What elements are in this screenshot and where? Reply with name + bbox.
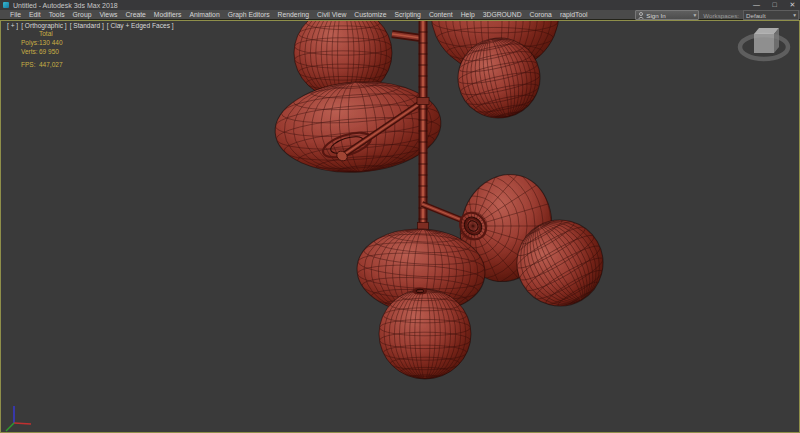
viewport-menu-general[interactable]: [ + ] bbox=[7, 22, 18, 29]
menu-file[interactable]: File bbox=[6, 10, 25, 20]
menu-graph-editors[interactable]: Graph Editors bbox=[224, 10, 274, 20]
menu-tools[interactable]: Tools bbox=[45, 10, 69, 20]
viewport-statistics: Total Polys:130 440 Verts:69 950 FPS:447… bbox=[21, 29, 63, 69]
sign-in-button[interactable]: Sign In ▾ bbox=[635, 10, 699, 20]
stats-verts-value: 69 950 bbox=[39, 47, 59, 56]
chevron-down-icon: ▾ bbox=[694, 12, 697, 18]
model-rod[interactable] bbox=[419, 21, 428, 229]
viewport-menu-pov[interactable]: [ Orthographic ] bbox=[21, 22, 66, 29]
view-cube[interactable] bbox=[740, 28, 788, 59]
menu-bar: File Edit Tools Group Views Create Modif… bbox=[0, 10, 800, 20]
workspace-select[interactable]: Default ▾ bbox=[743, 10, 799, 20]
menu-scripting[interactable]: Scripting bbox=[390, 10, 424, 20]
menu-3dground[interactable]: 3DGROUND bbox=[479, 10, 526, 20]
stats-polys-value: 130 440 bbox=[39, 38, 63, 47]
viewport-label: [ + ] [ Orthographic ] [ Standard ] [ Cl… bbox=[7, 22, 174, 29]
model-sphere[interactable] bbox=[379, 288, 471, 379]
sign-in-label: Sign In bbox=[646, 12, 665, 19]
perspective-viewport[interactable]: [ + ] [ Orthographic ] [ Standard ] [ Cl… bbox=[0, 20, 800, 433]
model-rod[interactable] bbox=[392, 34, 421, 38]
menu-views[interactable]: Views bbox=[95, 10, 121, 20]
close-button[interactable]: ✕ bbox=[787, 0, 798, 10]
stats-fps-value: 447,027 bbox=[39, 60, 63, 69]
3ds-max-logo-icon bbox=[3, 2, 9, 8]
menu-rapidtool[interactable]: rapidTool bbox=[556, 10, 592, 20]
maximize-button[interactable]: □ bbox=[769, 0, 780, 10]
menu-animation[interactable]: Animation bbox=[185, 10, 223, 20]
3ds-max-window: Untitled - Autodesk 3ds Max 2018 — □ ✕ F… bbox=[0, 0, 800, 433]
menu-customize[interactable]: Customize bbox=[350, 10, 390, 20]
menu-content[interactable]: Content bbox=[425, 10, 457, 20]
title-bar[interactable]: Untitled - Autodesk 3ds Max 2018 — □ ✕ bbox=[0, 0, 800, 10]
workspaces-label: Workspaces: bbox=[703, 12, 739, 19]
chevron-down-icon: ▾ bbox=[793, 12, 796, 18]
stats-fps-label: FPS: bbox=[21, 60, 38, 69]
menu-civil-view[interactable]: Civil View bbox=[313, 10, 350, 20]
world-axis-gizmo bbox=[6, 406, 31, 431]
menu-create[interactable]: Create bbox=[121, 10, 149, 20]
viewport-menu-shading[interactable]: [ Clay + Edged Faces ] bbox=[107, 22, 174, 29]
stats-total-header: Total bbox=[39, 29, 53, 38]
viewport-menu-render-preset[interactable]: [ Standard ] bbox=[70, 22, 104, 29]
model-coupler bbox=[417, 98, 429, 105]
menu-corona[interactable]: Corona bbox=[526, 10, 556, 20]
menu-edit[interactable]: Edit bbox=[25, 10, 45, 20]
viewport-canvas[interactable] bbox=[1, 21, 799, 432]
workspace-value: Default bbox=[746, 12, 766, 19]
menu-help[interactable]: Help bbox=[457, 10, 479, 20]
stats-verts-label: Verts: bbox=[21, 47, 38, 56]
menu-modifiers[interactable]: Modifiers bbox=[150, 10, 186, 20]
stats-polys-label: Polys: bbox=[21, 38, 38, 47]
menu-rendering[interactable]: Rendering bbox=[274, 10, 313, 20]
menu-group[interactable]: Group bbox=[69, 10, 96, 20]
window-title: Untitled - Autodesk 3ds Max 2018 bbox=[13, 2, 118, 9]
minimize-button[interactable]: — bbox=[751, 0, 762, 10]
model-sphere[interactable] bbox=[272, 74, 444, 180]
user-icon bbox=[638, 12, 644, 19]
